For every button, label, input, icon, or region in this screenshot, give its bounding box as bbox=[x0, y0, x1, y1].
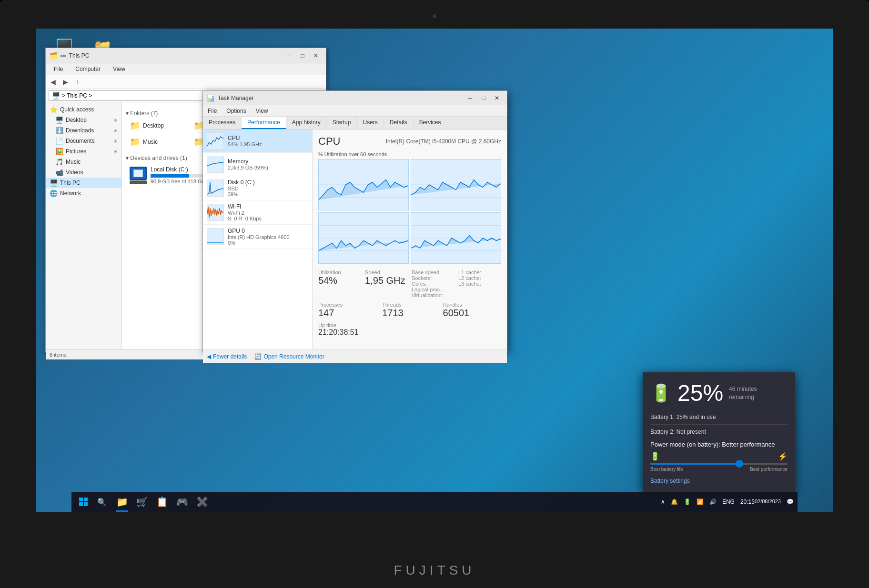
taskbar-app-store[interactable]: 🛒 bbox=[132, 492, 152, 512]
tm-cpu-detail: CPU Intel(R) Core(TM) i5-4300M CPU @ 2.6… bbox=[313, 130, 507, 349]
cpu-header: CPU Intel(R) Core(TM) i5-4300M CPU @ 2.6… bbox=[318, 135, 501, 148]
stat-util-value: 54% bbox=[318, 275, 361, 286]
tray-volume-button[interactable]: 🔊 bbox=[707, 492, 718, 512]
sidebar-label-quick-access: Quick access bbox=[60, 106, 94, 113]
tab-processes[interactable]: Processes bbox=[203, 117, 242, 129]
resource-monitor-icon: 🔄 bbox=[254, 353, 262, 360]
sidebar-item-videos[interactable]: 📹 Videos bbox=[46, 167, 121, 178]
stat-cache: L1 cache: L2 cache: L3 cache: bbox=[458, 269, 501, 298]
folder-item-music[interactable]: 📁 Music bbox=[126, 135, 188, 149]
taskbar-clock[interactable]: 20:15 02/08/2023 bbox=[738, 492, 783, 512]
tm-menu-view[interactable]: View bbox=[251, 105, 273, 116]
back-button[interactable]: ◀ bbox=[48, 77, 58, 87]
power-slider-track bbox=[650, 463, 788, 465]
maximize-button[interactable]: □ bbox=[296, 51, 309, 60]
cpu-graph-label: % Utilization over 60 seconds bbox=[318, 151, 501, 157]
downloads-star-icon: ★ bbox=[113, 128, 118, 133]
power-slider-container[interactable]: 🔋 ⚡ Best battery life Best performance bbox=[650, 452, 788, 472]
cpu-process-info: CPU 54% 1,95 GHz bbox=[228, 135, 308, 147]
taskbar-system-tray: ∧ 🔔 🔋 📶 🔊 ENG 20:15 bbox=[659, 492, 796, 512]
stat-virt-label: Virtualization: bbox=[412, 292, 455, 298]
battery-settings-link[interactable]: Battery settings bbox=[650, 478, 788, 484]
taskbar-search-button[interactable]: 🔍 bbox=[93, 494, 111, 509]
taskbar-app-extra2[interactable]: 🎮 bbox=[172, 492, 192, 512]
tm-tabs: Processes Performance App history Startu… bbox=[203, 117, 507, 130]
tm-menu-options[interactable]: Options bbox=[222, 105, 251, 116]
tm-process-cpu[interactable]: CPU 54% 1,95 GHz bbox=[203, 130, 312, 153]
cpu-process-detail: 54% 1,95 GHz bbox=[228, 141, 308, 147]
ribbon-tab-file[interactable]: File bbox=[48, 63, 69, 75]
stat-speed-label: Speed bbox=[365, 269, 408, 275]
taskbar-app-file-explorer[interactable]: 📁 bbox=[112, 492, 131, 512]
tm-maximize-button[interactable]: □ bbox=[477, 93, 490, 103]
tm-app-icon: 📊 bbox=[207, 94, 215, 102]
sidebar-item-pictures[interactable]: 🖼️ Pictures ★ bbox=[46, 146, 121, 157]
taskbar-app-extra3[interactable]: ✖️ bbox=[192, 492, 212, 512]
tm-process-wifi[interactable]: Wi-Fi Wi-Fi 2 S: 0 R: 0 Kbps bbox=[203, 200, 312, 225]
disk-process-sub: SSD bbox=[228, 186, 308, 191]
tab-users[interactable]: Users bbox=[357, 117, 384, 129]
tab-services[interactable]: Services bbox=[414, 117, 447, 129]
file-explorer-ribbon-icon: ▪▪▪ bbox=[61, 53, 66, 59]
documents-icon: 📄 bbox=[55, 137, 63, 145]
windows-icon bbox=[79, 498, 88, 506]
sidebar-item-desktop[interactable]: 🖥️ Desktop ★ bbox=[46, 115, 121, 125]
folder-item-desktop[interactable]: 📁 Desktop bbox=[126, 119, 188, 133]
battery-life-icon: 🔋 bbox=[650, 452, 660, 461]
tm-minimize-button[interactable]: ─ bbox=[464, 93, 476, 103]
tray-expand-button[interactable]: ∧ bbox=[659, 492, 667, 512]
forward-button[interactable]: ▶ bbox=[60, 77, 71, 87]
open-resource-monitor-link[interactable]: 🔄 Open Resource Monitor bbox=[254, 353, 324, 360]
sidebar-item-music[interactable]: 🎵 Music bbox=[46, 157, 121, 167]
sidebar-item-documents[interactable]: 📄 Documents ★ bbox=[46, 136, 121, 146]
start-button[interactable] bbox=[73, 492, 93, 512]
gpu-process-sub: Intel(R) HD Graphics 4600 bbox=[228, 234, 308, 240]
quick-access-icon: ⭐ bbox=[50, 106, 57, 113]
pictures-icon: 🖼️ bbox=[55, 148, 63, 155]
tab-details[interactable]: Details bbox=[384, 117, 414, 129]
tm-menu-file[interactable]: File bbox=[203, 105, 222, 116]
tab-app-history[interactable]: App history bbox=[286, 117, 327, 129]
tm-process-disk[interactable]: Disk 0 (C:) SSD 39% bbox=[203, 176, 312, 200]
sidebar-label-desktop: Desktop bbox=[66, 117, 87, 123]
sidebar-item-this-pc[interactable]: 🖥️ This PC bbox=[46, 178, 121, 188]
tray-notification-icon[interactable]: 🔔 bbox=[669, 492, 680, 512]
cpu-graph-3 bbox=[318, 212, 409, 264]
tab-startup[interactable]: Startup bbox=[327, 117, 357, 129]
tray-language[interactable]: ENG bbox=[720, 492, 737, 512]
sidebar-item-downloads[interactable]: ⬇️ Downloads ★ bbox=[46, 125, 121, 136]
tm-process-gpu[interactable]: GPU 0 Intel(R) HD Graphics 4600 0% bbox=[203, 225, 312, 249]
wifi-process-info: Wi-Fi Wi-Fi 2 S: 0 R: 0 Kbps bbox=[228, 203, 308, 221]
tm-process-memory[interactable]: Memory 2,3/3,9 GB (59%) bbox=[203, 153, 312, 176]
folder-desktop-label: Desktop bbox=[143, 122, 164, 129]
memory-process-name: Memory bbox=[228, 158, 308, 165]
power-slider-thumb[interactable] bbox=[736, 460, 743, 468]
disk-process-detail: 39% bbox=[228, 191, 308, 197]
sidebar-item-network[interactable]: 🌐 Network bbox=[46, 188, 121, 199]
gpu-process-detail: 0% bbox=[228, 240, 308, 246]
taskbar-app-extra1[interactable]: 📋 bbox=[152, 492, 172, 512]
sidebar-label-downloads: Downloads bbox=[66, 127, 94, 134]
ribbon-tab-view[interactable]: View bbox=[107, 63, 131, 75]
tm-menu: File Options View bbox=[203, 105, 507, 117]
folders-expand-icon[interactable]: ▾ bbox=[126, 110, 129, 117]
drives-expand-icon[interactable]: ▾ bbox=[126, 155, 129, 161]
this-pc-sidebar-icon: 🖥️ bbox=[50, 179, 57, 187]
tab-performance[interactable]: Performance bbox=[242, 117, 286, 129]
up-button[interactable]: ↑ bbox=[72, 77, 83, 87]
tm-titlebar-left: 📊 Task Manager bbox=[207, 94, 253, 102]
close-button[interactable]: ✕ bbox=[310, 51, 322, 60]
tray-wifi-button[interactable]: 📶 bbox=[695, 492, 706, 512]
battery-time-label: remaining bbox=[729, 393, 757, 401]
minimize-button[interactable]: ─ bbox=[283, 51, 295, 60]
wifi-tray-icon: 📶 bbox=[697, 498, 704, 505]
stat-l3-label: L3 cache: bbox=[458, 281, 501, 287]
pictures-star-icon: ★ bbox=[113, 149, 118, 154]
tm-close-button[interactable]: ✕ bbox=[491, 93, 503, 103]
sidebar-label-videos: Videos bbox=[66, 169, 83, 176]
tray-notification-center-button[interactable]: 💬 bbox=[785, 492, 796, 512]
tray-battery-button[interactable]: 🔋 bbox=[682, 492, 693, 512]
ribbon-tab-computer[interactable]: Computer bbox=[69, 63, 107, 75]
sidebar-item-quick-access[interactable]: ⭐ Quick access bbox=[46, 104, 121, 115]
fewer-details-link[interactable]: ◀ Fewer details bbox=[207, 353, 247, 360]
